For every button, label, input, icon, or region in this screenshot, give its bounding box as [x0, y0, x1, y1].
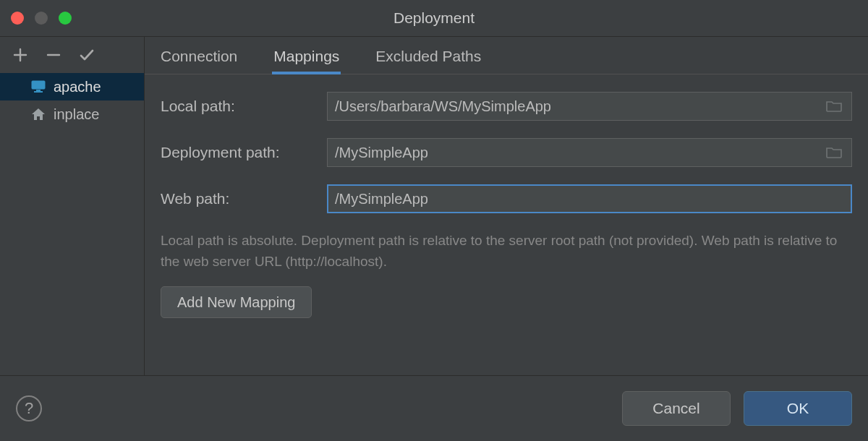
sidebar-item-inplace[interactable]: inplace [0, 100, 144, 128]
titlebar: Deployment [0, 0, 868, 36]
sidebar-item-apache[interactable]: apache [0, 73, 144, 100]
add-new-mapping-button[interactable]: Add New Mapping [161, 286, 312, 318]
local-path-field-wrap [327, 92, 852, 121]
web-path-field-wrap [327, 184, 852, 213]
window-title: Deployment [0, 9, 868, 27]
help-text: Local path is absolute. Deployment path … [161, 231, 852, 272]
deployment-path-label: Deployment path: [161, 144, 327, 161]
help-button[interactable]: ? [16, 395, 42, 421]
set-default-button[interactable] [77, 46, 96, 64]
server-monitor-icon [30, 79, 46, 95]
cancel-button[interactable]: Cancel [622, 391, 731, 426]
main-area: apache inplace Connection Mappings Exclu… [0, 36, 868, 376]
close-window-button[interactable] [11, 12, 24, 25]
ok-button[interactable]: OK [744, 391, 852, 426]
tab-excluded-paths[interactable]: Excluded Paths [375, 39, 481, 74]
home-icon [30, 106, 46, 122]
deployment-path-field-wrap [327, 138, 852, 167]
browse-local-path-button[interactable] [824, 93, 844, 120]
mappings-form: Local path: Deployment path: [145, 74, 868, 325]
sidebar: apache inplace [0, 37, 145, 375]
sidebar-item-label: apache [54, 79, 101, 95]
sidebar-toolbar [0, 37, 144, 73]
browse-deployment-path-button[interactable] [824, 139, 844, 166]
web-path-input[interactable] [335, 186, 844, 212]
remove-server-button[interactable] [44, 46, 63, 64]
minimize-window-button[interactable] [35, 12, 48, 25]
row-local-path: Local path: [161, 92, 852, 121]
svg-rect-2 [34, 91, 43, 93]
window-controls [0, 12, 72, 25]
maximize-window-button[interactable] [59, 12, 72, 25]
add-server-button[interactable] [11, 46, 30, 64]
dialog-footer: ? Cancel OK [0, 376, 868, 441]
web-path-label: Web path: [161, 190, 327, 207]
server-list: apache inplace [0, 73, 144, 375]
local-path-input[interactable] [335, 93, 824, 120]
svg-rect-1 [36, 90, 41, 91]
tab-bar: Connection Mappings Excluded Paths [145, 37, 868, 74]
svg-rect-0 [32, 81, 45, 89]
tab-mappings[interactable]: Mappings [273, 39, 339, 74]
row-deployment-path: Deployment path: [161, 138, 852, 167]
content-panel: Connection Mappings Excluded Paths Local… [145, 37, 868, 375]
local-path-label: Local path: [161, 98, 327, 115]
tab-connection[interactable]: Connection [161, 39, 237, 74]
deployment-path-input[interactable] [335, 139, 824, 166]
row-web-path: Web path: [161, 184, 852, 213]
sidebar-item-label: inplace [54, 106, 99, 123]
